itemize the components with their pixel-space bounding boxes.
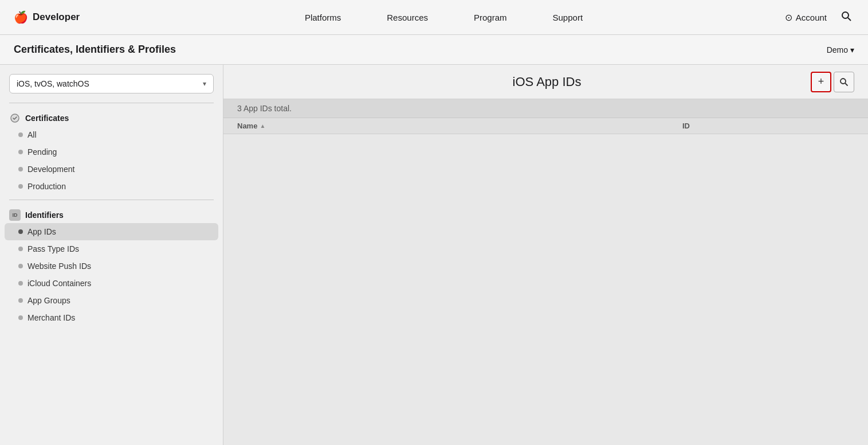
demo-selector[interactable]: Demo ▾ <box>827 45 854 54</box>
content-area: iOS App IDs + 3 App IDs total. Name ▲ <box>223 65 868 445</box>
sidebar-item-production-label: Production <box>28 182 66 191</box>
logo-area: 🍎 Developer <box>14 10 80 24</box>
main-layout: iOS, tvOS, watchOS ▾ Certificates All Pe… <box>0 65 868 445</box>
sidebar-divider-1 <box>9 103 214 103</box>
sub-header: Certificates, Identifiers & Profiles Dem… <box>0 35 868 65</box>
sidebar-item-app-ids-label: App IDs <box>28 227 56 236</box>
table-body <box>223 134 868 445</box>
pending-dot-icon <box>18 150 23 154</box>
account-circle-icon: ⊙ <box>785 12 792 23</box>
content-heading: iOS App IDs <box>283 75 811 89</box>
merchant-ids-dot-icon <box>18 315 23 320</box>
identifiers-title: Identifiers <box>25 210 64 220</box>
col-name-label: Name <box>237 122 257 130</box>
developer-label: Developer <box>33 11 80 23</box>
content-search-icon <box>839 77 849 87</box>
sidebar-item-merchant-ids-label: Merchant IDs <box>28 313 75 322</box>
svg-line-4 <box>845 83 848 86</box>
platform-label: iOS, tvOS, watchOS <box>17 79 89 88</box>
sidebar-item-pending[interactable]: Pending <box>0 143 223 161</box>
sidebar-item-pass-type-ids[interactable]: Pass Type IDs <box>0 240 223 257</box>
identifiers-icon: ID <box>9 209 21 221</box>
development-dot-icon <box>18 167 23 171</box>
nav-support[interactable]: Support <box>530 13 606 22</box>
col-name-header[interactable]: Name ▲ <box>237 122 682 130</box>
sidebar-item-development[interactable]: Development <box>0 161 223 178</box>
sidebar-item-app-groups[interactable]: App Groups <box>0 292 223 309</box>
nav-platforms[interactable]: Platforms <box>282 13 364 22</box>
apple-logo-icon: 🍎 <box>14 10 28 24</box>
sidebar-item-website-push-ids[interactable]: Website Push IDs <box>0 257 223 275</box>
svg-point-0 <box>842 12 849 18</box>
pass-type-ids-dot-icon <box>18 247 23 251</box>
top-nav: 🍎 Developer Platforms Resources Program … <box>0 0 868 35</box>
search-icon <box>840 10 852 22</box>
content-header: iOS App IDs + <box>223 65 868 99</box>
platform-selector[interactable]: iOS, tvOS, watchOS ▾ <box>9 74 214 93</box>
app-ids-dot-icon <box>18 229 23 234</box>
app-groups-dot-icon <box>18 298 23 303</box>
col-id-header[interactable]: ID <box>682 122 854 130</box>
demo-label: Demo <box>827 45 848 54</box>
sidebar-item-production[interactable]: Production <box>0 178 223 195</box>
sidebar-item-icloud-containers[interactable]: iCloud Containers <box>0 275 223 292</box>
sidebar: iOS, tvOS, watchOS ▾ Certificates All Pe… <box>0 65 223 445</box>
website-push-ids-dot-icon <box>18 264 23 268</box>
all-dot-icon <box>18 132 23 137</box>
sidebar-item-pass-type-ids-label: Pass Type IDs <box>28 244 79 253</box>
sidebar-divider-2 <box>9 200 214 200</box>
sidebar-item-development-label: Development <box>28 165 75 174</box>
add-button[interactable]: + <box>811 72 831 92</box>
sidebar-item-app-groups-label: App Groups <box>28 296 70 305</box>
nav-program[interactable]: Program <box>451 13 530 22</box>
certificates-section-header: Certificates <box>0 108 223 126</box>
col-id-label: ID <box>682 122 690 130</box>
content-search-button[interactable] <box>834 72 854 92</box>
sidebar-item-all-label: All <box>28 130 37 139</box>
demo-chevron-icon: ▾ <box>850 45 854 54</box>
platform-chevron-icon: ▾ <box>203 80 206 88</box>
summary-bar: 3 App IDs total. <box>223 99 868 118</box>
sidebar-item-icloud-containers-label: iCloud Containers <box>28 279 91 288</box>
account-area[interactable]: ⊙ Account <box>785 12 827 23</box>
account-label: Account <box>796 13 827 22</box>
svg-line-1 <box>848 18 851 21</box>
header-actions: + <box>811 72 854 92</box>
sidebar-item-merchant-ids[interactable]: Merchant IDs <box>0 309 223 326</box>
nav-links: Platforms Resources Program Support <box>103 13 785 22</box>
sidebar-item-pending-label: Pending <box>28 147 57 157</box>
sidebar-item-app-ids[interactable]: App IDs <box>5 223 218 240</box>
production-dot-icon <box>18 184 23 189</box>
sidebar-item-all[interactable]: All <box>0 126 223 143</box>
svg-point-3 <box>840 79 846 84</box>
table-header: Name ▲ ID <box>223 118 868 134</box>
sort-arrow-icon: ▲ <box>260 123 265 129</box>
nav-resources[interactable]: Resources <box>364 13 451 22</box>
identifiers-section-header: ID Identifiers <box>0 205 223 223</box>
icloud-containers-dot-icon <box>18 281 23 286</box>
certificates-title: Certificates <box>25 114 69 123</box>
certificates-icon <box>9 112 21 124</box>
page-title: Certificates, Identifiers & Profiles <box>14 44 176 56</box>
sidebar-item-website-push-ids-label: Website Push IDs <box>28 261 91 271</box>
search-button[interactable] <box>838 10 854 25</box>
summary-text: 3 App IDs total. <box>237 104 292 113</box>
